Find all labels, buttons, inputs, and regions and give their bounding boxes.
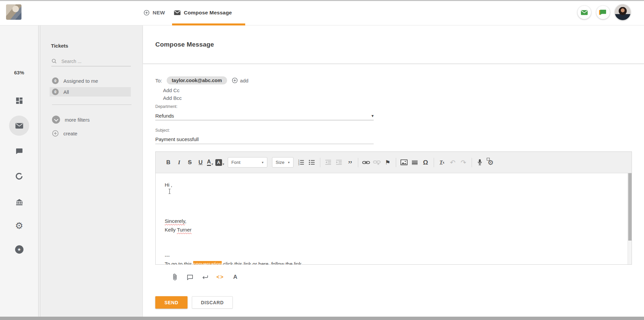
attach-file-button[interactable] [167, 271, 182, 283]
green-envelope-icon [581, 10, 588, 15]
app-logo[interactable] [6, 4, 21, 20]
insert-link-button[interactable] [362, 158, 371, 167]
svg-text:3: 3 [298, 163, 300, 165]
size-select[interactable]: Size ▾ [272, 157, 293, 168]
anchor-flag-button[interactable]: ⚑ [383, 158, 392, 167]
font-select[interactable]: Font ▾ [228, 157, 267, 168]
editor-body[interactable]: Hi , Sincerely, Kelly Turner --- To go t… [156, 173, 632, 264]
sidebar-item-stars[interactable]: ★ [0, 243, 38, 256]
star-circle-icon: ★ [15, 245, 23, 254]
dashboard-icon [16, 97, 23, 104]
page-title: Compose Message [155, 41, 214, 48]
tab-new-label: NEW [153, 10, 165, 16]
caret-down-icon: ▾ [262, 161, 264, 164]
bottom-window-edge [0, 317, 644, 320]
insert-reply-button[interactable] [198, 271, 213, 283]
envelope-icon [174, 10, 181, 15]
subject-label: Subject: [155, 128, 170, 133]
recipient-chip[interactable]: taylor.cook@abc.com [167, 76, 227, 84]
bank-icon [16, 199, 23, 205]
body-greeting: Hi , [165, 182, 172, 188]
special-char-button[interactable]: Ω [421, 158, 430, 167]
add-recipient-button[interactable]: add [232, 77, 249, 83]
toolbar-separator [434, 158, 434, 167]
dropdown-caret-icon: ▾ [371, 113, 374, 118]
proofing-settings-button[interactable]: ⚙ [486, 158, 495, 167]
background-color-button[interactable]: A ▾ [215, 159, 224, 166]
create-ticket-button[interactable]: create [52, 129, 77, 138]
search-input[interactable] [61, 59, 131, 64]
filter-assigned-to-me[interactable]: 0 Assigned to me [52, 76, 98, 85]
strikethrough-button[interactable]: S [185, 158, 194, 167]
toolbar-separator [320, 158, 320, 167]
sidebar-item-dashboard[interactable] [0, 94, 38, 107]
tickets-panel: Tickets 0 Assigned to me 0 All more filt… [40, 25, 143, 317]
add-cc-button[interactable]: Add Cc [163, 87, 179, 93]
text-color-button[interactable]: A ▾ [207, 159, 213, 166]
footer-text: click this link or here, follow the link [222, 261, 302, 264]
sidebar-item-tickets[interactable] [9, 116, 29, 136]
remove-format-t: T [440, 159, 443, 165]
italic-button[interactable]: I [175, 158, 183, 167]
misspelled-word: Sincerely [165, 218, 185, 224]
horizontal-rule-button[interactable] [411, 158, 419, 167]
bullet-list-button[interactable] [308, 158, 316, 167]
chevron-down-icon [52, 116, 60, 124]
send-button[interactable]: SEND [155, 296, 187, 309]
undo-button[interactable]: ↶ [448, 158, 457, 167]
tab-new[interactable]: NEW [144, 0, 165, 25]
toolbar-separator [472, 158, 472, 167]
plus-circle-icon [232, 77, 238, 83]
gear-icon: ⚙ [15, 221, 23, 231]
department-label: Department: [155, 104, 177, 109]
footer-highlighted-link[interactable]: conversation [193, 261, 222, 264]
signature-first-name: Kelly [165, 227, 177, 233]
left-icon-rail: 63% ⚙ [0, 25, 38, 317]
discard-button[interactable]: DISCARD [192, 296, 233, 309]
insert-image-button[interactable] [400, 158, 409, 167]
topbar: NEW Compose Message [0, 0, 644, 25]
department-select[interactable]: Refunds ▾ [155, 111, 374, 120]
more-filters-button[interactable]: more filters [52, 115, 90, 124]
to-label: To: [155, 78, 162, 83]
bold-button[interactable]: B [164, 158, 173, 167]
active-tab-indicator [172, 23, 245, 25]
add-bcc-button[interactable]: Add Bcc [163, 95, 182, 101]
subject-input[interactable] [155, 136, 374, 142]
sidebar-item-company[interactable] [0, 195, 38, 209]
internal-note-button[interactable] [182, 271, 198, 283]
indent-button[interactable] [335, 158, 343, 167]
scrollbar-thumb[interactable] [628, 173, 632, 241]
blockquote-button[interactable]: ” [345, 158, 354, 167]
text-cursor-icon [168, 189, 171, 194]
text-style-button[interactable]: A [228, 271, 243, 283]
more-filters-label: more filters [65, 117, 90, 123]
sidebar-item-settings[interactable]: ⚙ [0, 219, 38, 233]
tab-compose-message[interactable]: Compose Message [174, 0, 232, 25]
ticket-count-badge: 0 [52, 77, 59, 84]
green-chat-icon [600, 9, 606, 15]
dictation-mic-button[interactable] [476, 158, 484, 167]
html-source-button[interactable]: <> [213, 271, 228, 283]
redo-button[interactable]: ↷ [459, 158, 468, 167]
underline-button[interactable]: U [196, 158, 205, 167]
remove-format-button[interactable]: Tx [438, 158, 446, 167]
unlink-button[interactable] [373, 158, 381, 167]
ticket-search[interactable] [51, 56, 131, 66]
filter-all[interactable]: 0 All [52, 87, 69, 96]
department-value: Refunds [155, 113, 174, 119]
sidebar-item-reports[interactable] [0, 170, 38, 183]
plus-circle-icon [52, 130, 59, 137]
messages-button[interactable] [578, 6, 591, 19]
sidebar-item-chats[interactable] [0, 144, 38, 158]
outdent-button[interactable] [324, 158, 333, 167]
body-separator: --- [165, 253, 170, 259]
subject-row [155, 135, 374, 144]
signoff-comma: , [185, 218, 186, 224]
ordered-list-button[interactable]: 123 [297, 158, 306, 167]
chat-bubble-icon [16, 148, 23, 154]
editor-scrollbar[interactable] [628, 173, 632, 264]
user-avatar[interactable] [615, 4, 631, 20]
create-label: create [63, 131, 77, 136]
chats-button[interactable] [596, 6, 610, 19]
